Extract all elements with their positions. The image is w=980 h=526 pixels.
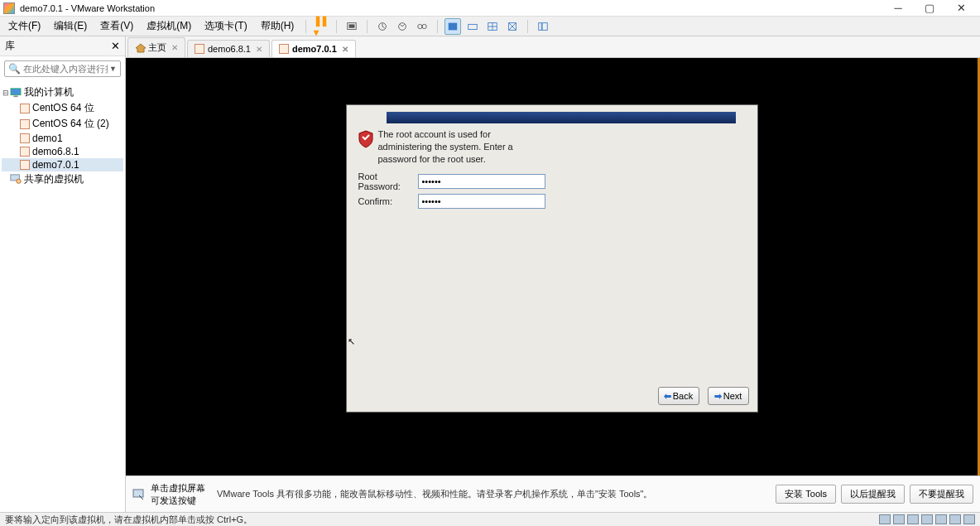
separator xyxy=(305,20,306,33)
svg-point-4 xyxy=(418,24,422,28)
library-toggle-button[interactable] xyxy=(535,18,551,35)
sidebar-close-icon[interactable]: ✕ xyxy=(111,40,120,52)
search-dropdown-icon[interactable]: ▼ xyxy=(109,65,117,73)
device-icon[interactable] xyxy=(893,514,905,524)
device-icon[interactable] xyxy=(935,514,947,524)
tree-root[interactable]: ⊟ 我的计算机 xyxy=(2,84,123,100)
sidebar-title: 库 xyxy=(5,39,15,53)
installer-header: The root account is used for administeri… xyxy=(347,128,757,166)
device-icon[interactable] xyxy=(921,514,933,524)
vm-icon xyxy=(279,44,289,54)
search-icon: 🔍 xyxy=(8,63,21,75)
search-box[interactable]: 🔍 ▼ xyxy=(4,60,121,77)
hint-line2: 可发送按键 xyxy=(151,495,205,506)
tree-item-selected[interactable]: demo7.0.1 xyxy=(2,158,123,171)
menu-help[interactable]: 帮助(H) xyxy=(256,17,300,35)
vm-icon xyxy=(20,147,30,157)
menu-tabs[interactable]: 选项卡(T) xyxy=(199,17,252,35)
next-button[interactable]: ➡Next xyxy=(708,387,749,405)
installer-message: The root account is used for administeri… xyxy=(378,128,527,166)
tree-item-label: demo1 xyxy=(32,133,63,144)
maximize-button[interactable]: ▢ xyxy=(914,1,945,16)
tree-item-label: CentOS 64 位 (2) xyxy=(32,117,109,131)
snapshot-button[interactable] xyxy=(374,18,391,35)
tree-item[interactable]: demo1 xyxy=(2,132,123,145)
window-title: demo7.0.1 - VMware Workstation xyxy=(20,3,882,13)
menu-vm[interactable]: 虚拟机(M) xyxy=(142,17,196,35)
hint-text: 单击虚拟屏幕 可发送按键 xyxy=(151,482,205,506)
computer-icon xyxy=(10,87,22,99)
tab-label: 主页 xyxy=(148,41,166,54)
svg-rect-1 xyxy=(349,24,355,27)
tree-shared-label: 共享的虚拟机 xyxy=(24,172,84,186)
pause-button[interactable]: ❚❚ ▾ xyxy=(313,18,329,35)
tree-shared[interactable]: 共享的虚拟机 xyxy=(2,171,123,187)
menu-file[interactable]: 文件(F) xyxy=(3,17,46,35)
tab-close-icon[interactable]: ✕ xyxy=(342,45,348,54)
vm-tree: ⊟ 我的计算机 CentOS 64 位 CentOS 64 位 (2) demo… xyxy=(0,81,125,191)
tab-close-icon[interactable]: ✕ xyxy=(171,43,178,52)
tree-item[interactable]: demo6.8.1 xyxy=(2,145,123,158)
device-icon[interactable] xyxy=(963,514,975,524)
device-icon[interactable] xyxy=(949,514,961,524)
tools-message: VMware Tools 具有很多功能，能改善鼠标移动性、视频和性能。请登录客户… xyxy=(217,488,771,500)
installer-button-row: ⬅Back ➡Next xyxy=(347,380,757,412)
fullscreen-button[interactable] xyxy=(444,18,461,35)
tree-item-label: demo6.8.1 xyxy=(32,146,79,157)
svg-rect-15 xyxy=(13,95,17,97)
root-password-input[interactable] xyxy=(418,174,545,189)
tab-bar: 主页 ✕ demo6.8.1 ✕ demo7.0.1 ✕ xyxy=(126,36,980,58)
tree-item-label: demo7.0.1 xyxy=(32,159,79,171)
installer-progress-bar xyxy=(387,112,736,123)
tab-demo681[interactable]: demo6.8.1 ✕ xyxy=(187,40,270,57)
svg-point-17 xyxy=(17,180,21,184)
snapshot-revert-button[interactable] xyxy=(394,18,411,35)
hint-bar: 单击虚拟屏幕 可发送按键 VMware Tools 具有很多功能，能改善鼠标移动… xyxy=(126,475,980,512)
send-ctrlaltdel-button[interactable] xyxy=(343,18,360,35)
close-button[interactable]: ✕ xyxy=(945,1,977,16)
dont-remind-button[interactable]: 不要提醒我 xyxy=(910,485,973,504)
menu-edit[interactable]: 编辑(E) xyxy=(49,17,92,35)
svg-rect-18 xyxy=(133,490,143,497)
remind-later-button[interactable]: 以后提醒我 xyxy=(841,485,905,504)
sidebar-header: 库 ✕ xyxy=(0,36,125,56)
vm-icon xyxy=(20,160,30,170)
collapse-icon[interactable]: ⊟ xyxy=(2,89,10,97)
snapshot-manager-button[interactable] xyxy=(414,18,430,35)
shared-vm-icon xyxy=(10,175,22,185)
root-password-label: Root Password: xyxy=(358,171,418,191)
svg-rect-6 xyxy=(449,22,458,30)
console-view-button[interactable] xyxy=(484,18,501,35)
tab-demo701[interactable]: demo7.0.1 ✕ xyxy=(271,40,356,57)
device-icon[interactable] xyxy=(879,514,891,524)
svg-rect-14 xyxy=(11,88,21,94)
stretch-button[interactable] xyxy=(504,18,521,35)
unity-button[interactable] xyxy=(464,18,481,35)
tree-root-label: 我的计算机 xyxy=(24,85,74,99)
titlebar: demo7.0.1 - VMware Workstation ─ ▢ ✕ xyxy=(0,0,980,17)
vm-console[interactable]: The root account is used for administeri… xyxy=(126,58,980,475)
arrow-left-icon: ⬅ xyxy=(664,391,671,402)
separator xyxy=(437,20,438,33)
content-area: 主页 ✕ demo6.8.1 ✕ demo7.0.1 ✕ The root ac… xyxy=(126,36,980,512)
menubar: 文件(F) 编辑(E) 查看(V) 虚拟机(M) 选项卡(T) 帮助(H) ❚❚… xyxy=(0,17,980,36)
statusbar: 要将输入定向到该虚拟机，请在虚拟机内部单击或按 Ctrl+G。 xyxy=(0,512,980,526)
tree-item[interactable]: CentOS 64 位 (2) xyxy=(2,116,123,132)
tree-item[interactable]: CentOS 64 位 xyxy=(2,100,123,116)
minimize-button[interactable]: ─ xyxy=(882,1,914,16)
device-icon[interactable] xyxy=(907,514,919,524)
tab-home[interactable]: 主页 ✕ xyxy=(127,37,185,57)
monitor-pointer-icon xyxy=(132,488,146,501)
vm-icon xyxy=(20,119,30,129)
svg-rect-13 xyxy=(542,22,547,30)
vm-icon xyxy=(20,104,30,113)
app-icon xyxy=(3,2,15,14)
back-label: Back xyxy=(673,391,693,401)
install-tools-button[interactable]: 安装 Tools xyxy=(776,485,836,504)
tab-close-icon[interactable]: ✕ xyxy=(256,45,262,54)
menu-view[interactable]: 查看(V) xyxy=(95,17,138,35)
confirm-password-input[interactable] xyxy=(418,194,545,209)
back-button[interactable]: ⬅Back xyxy=(658,387,699,405)
vm-icon xyxy=(20,133,30,143)
search-input[interactable] xyxy=(23,64,108,74)
